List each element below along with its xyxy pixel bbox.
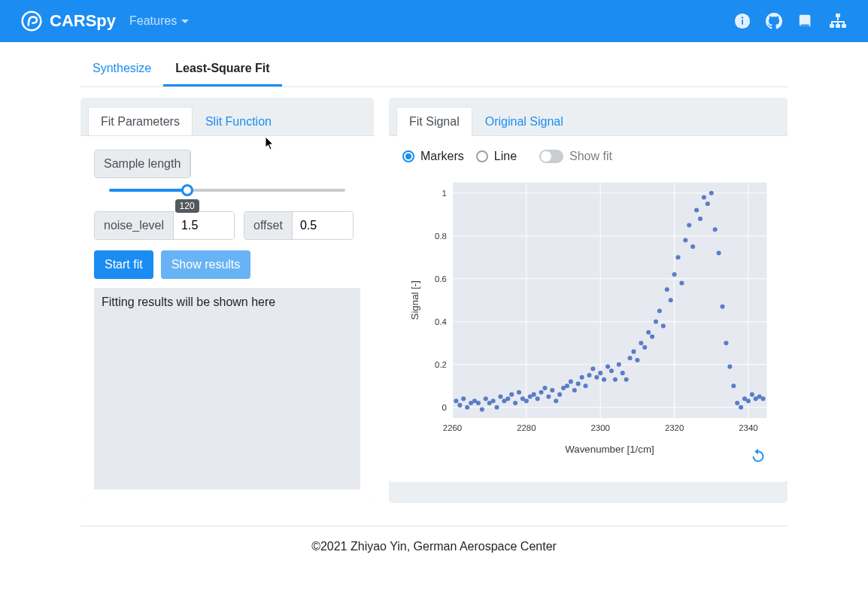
svg-point-41: [480, 408, 484, 412]
noise-level-label: noise_level: [95, 212, 174, 239]
svg-point-35: [457, 403, 462, 408]
svg-point-57: [539, 390, 543, 395]
svg-point-85: [642, 345, 647, 350]
fit-params-panel: Fit Parameters Slit Function Sample leng…: [80, 98, 374, 503]
svg-point-79: [621, 371, 625, 375]
svg-point-56: [536, 396, 540, 401]
svg-point-105: [717, 251, 721, 256]
svg-point-0: [23, 12, 41, 31]
svg-point-42: [484, 396, 488, 401]
svg-text:1: 1: [442, 189, 447, 198]
offset-label: offset: [244, 212, 293, 239]
svg-rect-9: [453, 183, 767, 419]
svg-point-81: [628, 356, 633, 360]
svg-point-95: [679, 280, 684, 285]
svg-point-107: [724, 341, 728, 345]
svg-point-64: [565, 383, 569, 388]
tab-synthesize[interactable]: Synthesize: [80, 54, 163, 86]
svg-point-69: [583, 383, 587, 388]
svg-rect-5: [836, 14, 840, 17]
svg-point-78: [617, 362, 621, 367]
offset-input[interactable]: [293, 212, 353, 239]
svg-point-3: [742, 17, 743, 18]
svg-point-90: [661, 323, 666, 328]
show-fit-label: Show fit: [569, 150, 612, 163]
svg-point-76: [609, 368, 614, 373]
radio-line[interactable]: Line: [476, 150, 517, 163]
svg-point-86: [646, 330, 651, 335]
tab-fit-signal[interactable]: Fit Signal: [396, 107, 472, 136]
svg-point-36: [461, 396, 466, 401]
svg-point-104: [713, 227, 718, 232]
svg-text:0.4: 0.4: [435, 317, 447, 326]
svg-text:2340: 2340: [739, 423, 757, 432]
svg-point-50: [513, 401, 517, 405]
footer: ©2021 Zhiyao Yin, German Aerospace Cente…: [80, 526, 788, 553]
svg-point-55: [532, 392, 536, 397]
show-fit-switch[interactable]: Show fit: [539, 150, 612, 163]
svg-point-62: [557, 392, 562, 397]
features-label: Features: [129, 14, 177, 28]
svg-point-87: [650, 335, 654, 339]
svg-point-89: [657, 308, 662, 313]
svg-point-114: [750, 392, 754, 397]
svg-point-71: [590, 366, 595, 371]
features-dropdown[interactable]: Features: [129, 14, 189, 28]
signal-panel: Fit Signal Original Signal Markers Line: [389, 98, 788, 503]
signal-chart[interactable]: 2260228023002320234000.20.40.60.81Wavenu…: [402, 168, 774, 468]
svg-point-99: [694, 208, 699, 213]
book-icon[interactable]: [797, 13, 814, 29]
svg-point-103: [709, 191, 714, 195]
svg-rect-7: [836, 24, 840, 28]
svg-point-70: [587, 373, 591, 377]
tab-slit-function[interactable]: Slit Function: [193, 107, 284, 136]
svg-point-45: [494, 405, 499, 410]
svg-point-44: [491, 399, 496, 403]
svg-point-51: [517, 390, 521, 395]
svg-rect-4: [801, 25, 809, 26]
radio-markers-label: Markers: [420, 150, 464, 163]
svg-point-83: [635, 358, 639, 362]
svg-point-40: [476, 401, 481, 405]
svg-rect-8: [842, 24, 846, 28]
noise-level-input[interactable]: [174, 212, 234, 239]
svg-point-37: [465, 405, 469, 410]
info-icon[interactable]: [734, 13, 751, 29]
svg-point-58: [542, 386, 547, 390]
tab-original-signal[interactable]: Original Signal: [472, 107, 576, 136]
sample-length-slider[interactable]: 120: [109, 189, 345, 192]
svg-point-96: [683, 238, 687, 242]
svg-point-94: [675, 255, 680, 259]
svg-point-75: [605, 365, 610, 369]
svg-point-84: [639, 341, 643, 345]
cursor-icon: [265, 136, 275, 151]
svg-point-60: [550, 388, 554, 392]
github-icon[interactable]: [766, 13, 782, 29]
svg-point-80: [624, 377, 629, 382]
svg-point-110: [735, 401, 739, 405]
svg-rect-6: [830, 24, 834, 28]
svg-point-92: [669, 298, 673, 302]
svg-point-101: [702, 195, 706, 199]
tab-fit-parameters[interactable]: Fit Parameters: [88, 107, 193, 136]
svg-text:Signal [-]: Signal [-]: [409, 280, 420, 320]
start-fit-button[interactable]: Start fit: [94, 250, 153, 279]
tab-lsq-fit[interactable]: Least-Square Fit: [163, 54, 281, 86]
svg-point-106: [720, 305, 724, 309]
svg-point-73: [598, 371, 602, 375]
slider-thumb[interactable]: [181, 184, 193, 196]
svg-text:Wavenumber [1/cm]: Wavenumber [1/cm]: [565, 444, 654, 455]
svg-point-53: [524, 399, 529, 403]
structure-icon[interactable]: [829, 13, 847, 29]
svg-text:2320: 2320: [665, 423, 684, 432]
svg-point-97: [687, 223, 691, 227]
svg-point-77: [613, 377, 618, 382]
brand[interactable]: CARSpy: [21, 11, 116, 32]
svg-point-100: [698, 217, 703, 221]
svg-point-111: [739, 405, 743, 410]
radio-markers[interactable]: Markers: [402, 150, 464, 163]
svg-rect-2: [742, 20, 743, 24]
show-results-button[interactable]: Show results: [161, 250, 251, 279]
svg-point-109: [731, 383, 736, 388]
reset-zoom-icon[interactable]: [750, 447, 766, 467]
